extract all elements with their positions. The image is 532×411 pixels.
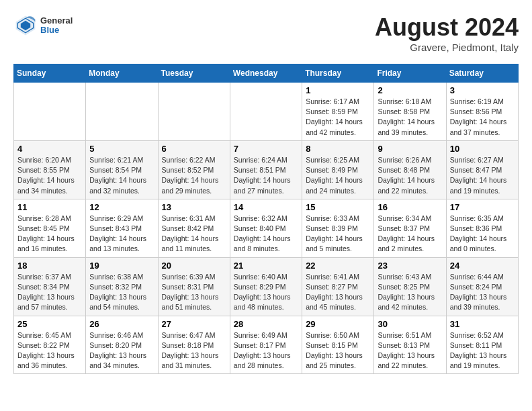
calendar-cell: 3Sunrise: 6:19 AM Sunset: 8:56 PM Daylig… [446,83,518,141]
day-number: 27 [162,319,226,329]
weekday-header: Tuesday [158,64,230,83]
day-info: Sunrise: 6:19 AM Sunset: 8:56 PM Dayligh… [450,97,515,138]
calendar-cell: 13Sunrise: 6:31 AM Sunset: 8:42 PM Dayli… [158,199,230,257]
calendar-cell: 6Sunrise: 6:22 AM Sunset: 8:52 PM Daylig… [158,140,230,199]
calendar-cell: 5Sunrise: 6:21 AM Sunset: 8:54 PM Daylig… [86,140,158,199]
calendar-cell: 23Sunrise: 6:43 AM Sunset: 8:25 PM Dayli… [374,257,446,316]
calendar-week-row: 1Sunrise: 6:17 AM Sunset: 8:59 PM Daylig… [14,83,519,141]
calendar-week-row: 18Sunrise: 6:37 AM Sunset: 8:34 PM Dayli… [14,257,519,316]
calendar-cell: 22Sunrise: 6:41 AM Sunset: 8:27 PM Dayli… [302,257,374,316]
calendar-cell: 26Sunrise: 6:46 AM Sunset: 8:20 PM Dayli… [86,316,158,374]
calendar-cell: 2Sunrise: 6:18 AM Sunset: 8:58 PM Daylig… [374,83,446,141]
calendar-cell: 27Sunrise: 6:47 AM Sunset: 8:18 PM Dayli… [158,316,230,374]
day-info: Sunrise: 6:29 AM Sunset: 8:43 PM Dayligh… [89,214,154,255]
day-number: 19 [89,261,154,271]
calendar-cell: 15Sunrise: 6:33 AM Sunset: 8:39 PM Dayli… [302,199,374,257]
day-info: Sunrise: 6:38 AM Sunset: 8:32 PM Dayligh… [89,272,154,313]
day-info: Sunrise: 6:25 AM Sunset: 8:49 PM Dayligh… [306,155,370,196]
day-number: 15 [306,202,370,212]
day-number: 5 [89,144,154,154]
day-number: 3 [450,85,515,95]
title-block: August 2024 Gravere, Piedmont, Italy [375,13,519,53]
calendar-cell: 14Sunrise: 6:32 AM Sunset: 8:40 PM Dayli… [230,199,302,257]
weekday-header: Monday [86,64,158,83]
day-info: Sunrise: 6:34 AM Sunset: 8:37 PM Dayligh… [378,214,442,255]
logo: General Blue [13,13,73,38]
weekday-header: Wednesday [230,64,302,83]
calendar-body: 1Sunrise: 6:17 AM Sunset: 8:59 PM Daylig… [14,83,519,374]
logo-icon [13,13,38,38]
day-info: Sunrise: 6:45 AM Sunset: 8:22 PM Dayligh… [17,330,82,371]
calendar-cell [230,83,302,141]
day-number: 10 [450,144,515,154]
day-number: 18 [17,261,82,271]
day-number: 9 [378,144,442,154]
weekday-row: SundayMondayTuesdayWednesdayThursdayFrid… [14,64,519,83]
day-number: 17 [450,202,515,212]
logo-text: General Blue [40,16,73,36]
day-number: 25 [17,319,82,329]
day-number: 20 [162,261,226,271]
calendar-cell: 25Sunrise: 6:45 AM Sunset: 8:22 PM Dayli… [14,316,86,374]
day-info: Sunrise: 6:28 AM Sunset: 8:45 PM Dayligh… [17,214,82,255]
calendar-cell: 16Sunrise: 6:34 AM Sunset: 8:37 PM Dayli… [374,199,446,257]
calendar-cell: 24Sunrise: 6:44 AM Sunset: 8:24 PM Dayli… [446,257,518,316]
day-info: Sunrise: 6:40 AM Sunset: 8:29 PM Dayligh… [234,272,298,313]
day-number: 11 [17,202,82,212]
weekday-header: Friday [374,64,446,83]
calendar-cell: 4Sunrise: 6:20 AM Sunset: 8:55 PM Daylig… [14,140,86,199]
day-info: Sunrise: 6:21 AM Sunset: 8:54 PM Dayligh… [89,155,154,196]
day-info: Sunrise: 6:27 AM Sunset: 8:47 PM Dayligh… [450,155,515,196]
day-info: Sunrise: 6:47 AM Sunset: 8:18 PM Dayligh… [162,330,226,371]
calendar-cell [158,83,230,141]
day-info: Sunrise: 6:32 AM Sunset: 8:40 PM Dayligh… [234,214,298,255]
day-info: Sunrise: 6:52 AM Sunset: 8:11 PM Dayligh… [450,330,515,371]
calendar-week-row: 11Sunrise: 6:28 AM Sunset: 8:45 PM Dayli… [14,199,519,257]
day-number: 30 [378,319,442,329]
day-info: Sunrise: 6:44 AM Sunset: 8:24 PM Dayligh… [450,272,515,313]
day-info: Sunrise: 6:17 AM Sunset: 8:59 PM Dayligh… [306,97,370,138]
day-info: Sunrise: 6:50 AM Sunset: 8:15 PM Dayligh… [306,330,370,371]
day-number: 8 [306,144,370,154]
calendar-cell: 29Sunrise: 6:50 AM Sunset: 8:15 PM Dayli… [302,316,374,374]
calendar-week-row: 4Sunrise: 6:20 AM Sunset: 8:55 PM Daylig… [14,140,519,199]
calendar-cell: 11Sunrise: 6:28 AM Sunset: 8:45 PM Dayli… [14,199,86,257]
logo-general: General [40,16,73,26]
logo-blue: Blue [40,26,73,35]
day-number: 29 [306,319,370,329]
day-number: 21 [234,261,298,271]
day-number: 23 [378,261,442,271]
calendar-cell: 21Sunrise: 6:40 AM Sunset: 8:29 PM Dayli… [230,257,302,316]
weekday-header: Saturday [446,64,518,83]
day-number: 2 [378,85,442,95]
calendar-header: SundayMondayTuesdayWednesdayThursdayFrid… [14,64,519,83]
day-info: Sunrise: 6:31 AM Sunset: 8:42 PM Dayligh… [162,214,226,255]
calendar-cell: 20Sunrise: 6:39 AM Sunset: 8:31 PM Dayli… [158,257,230,316]
day-info: Sunrise: 6:41 AM Sunset: 8:27 PM Dayligh… [306,272,370,313]
day-number: 4 [17,144,82,154]
day-number: 6 [162,144,226,154]
calendar-cell: 1Sunrise: 6:17 AM Sunset: 8:59 PM Daylig… [302,83,374,141]
day-number: 16 [378,202,442,212]
calendar-cell: 17Sunrise: 6:35 AM Sunset: 8:36 PM Dayli… [446,199,518,257]
day-number: 13 [162,202,226,212]
calendar-cell: 9Sunrise: 6:26 AM Sunset: 8:48 PM Daylig… [374,140,446,199]
calendar-cell [14,83,86,141]
day-info: Sunrise: 6:51 AM Sunset: 8:13 PM Dayligh… [378,330,442,371]
weekday-header: Sunday [14,64,86,83]
day-info: Sunrise: 6:18 AM Sunset: 8:58 PM Dayligh… [378,97,442,138]
day-info: Sunrise: 6:20 AM Sunset: 8:55 PM Dayligh… [17,155,82,196]
day-info: Sunrise: 6:46 AM Sunset: 8:20 PM Dayligh… [89,330,154,371]
day-number: 22 [306,261,370,271]
weekday-header: Thursday [302,64,374,83]
calendar-cell: 28Sunrise: 6:49 AM Sunset: 8:17 PM Dayli… [230,316,302,374]
day-number: 12 [89,202,154,212]
calendar-cell: 7Sunrise: 6:24 AM Sunset: 8:51 PM Daylig… [230,140,302,199]
day-number: 26 [89,319,154,329]
day-info: Sunrise: 6:39 AM Sunset: 8:31 PM Dayligh… [162,272,226,313]
day-number: 7 [234,144,298,154]
calendar-cell: 10Sunrise: 6:27 AM Sunset: 8:47 PM Dayli… [446,140,518,199]
calendar-cell: 8Sunrise: 6:25 AM Sunset: 8:49 PM Daylig… [302,140,374,199]
calendar-cell: 12Sunrise: 6:29 AM Sunset: 8:43 PM Dayli… [86,199,158,257]
calendar-cell: 30Sunrise: 6:51 AM Sunset: 8:13 PM Dayli… [374,316,446,374]
